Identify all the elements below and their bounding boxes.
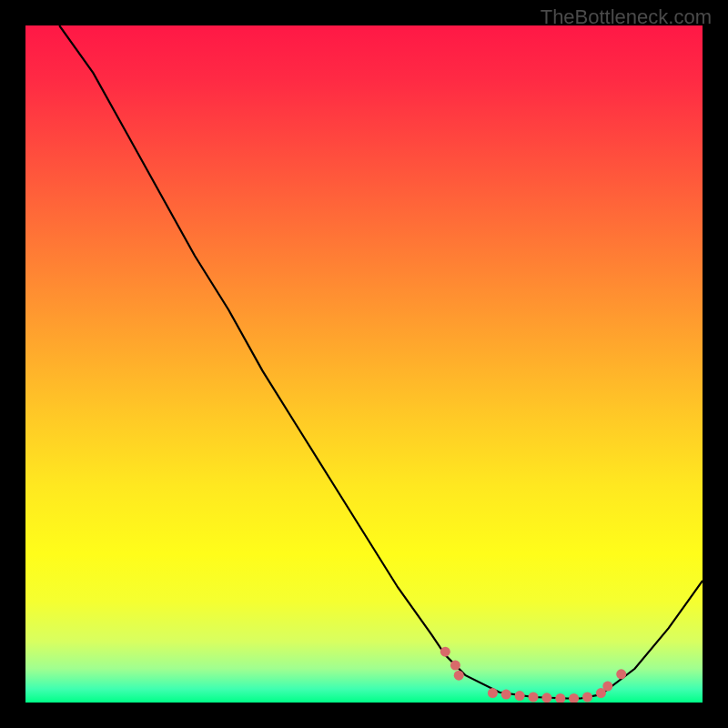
chart-marker bbox=[440, 647, 450, 657]
chart-marker bbox=[454, 671, 464, 681]
chart-marker bbox=[450, 661, 460, 671]
chart-marker bbox=[602, 682, 612, 692]
watermark-text: TheBottleneck.com bbox=[541, 5, 712, 29]
chart-marker bbox=[515, 691, 525, 701]
chart-curve bbox=[59, 25, 703, 699]
chart-marker bbox=[529, 693, 539, 703]
chart-marker bbox=[555, 693, 565, 703]
chart-marker bbox=[569, 693, 579, 703]
chart-marker bbox=[541, 693, 551, 703]
chart-marker bbox=[582, 693, 592, 703]
chart-marker bbox=[488, 688, 498, 698]
chart-svg bbox=[25, 25, 703, 703]
chart-marker bbox=[616, 669, 626, 679]
chart-marker bbox=[501, 690, 511, 700]
chart-markers bbox=[440, 647, 626, 703]
chart-plot-area bbox=[25, 25, 703, 703]
